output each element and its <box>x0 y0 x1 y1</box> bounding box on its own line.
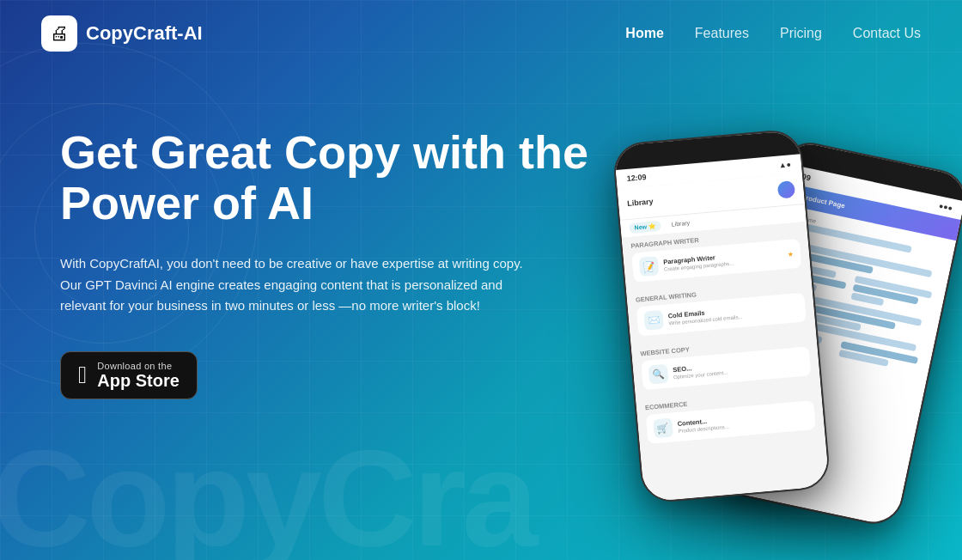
logo-emoji: 🖨 <box>50 22 69 45</box>
notch-front <box>676 136 737 156</box>
card-text-3: SEO... Optimize your content... <box>673 355 804 380</box>
card-text-2: Cold Emails Write personalized cold emai… <box>667 301 799 326</box>
card-icon-2: ✉️ <box>643 310 664 331</box>
page-wrapper: CopyCra 🖨 CopyCraft-AI Home Features Pri… <box>0 0 962 560</box>
phone-front: 12:09 ▲● Library New ⭐ Library <box>612 128 831 504</box>
card-icon-1: 📝 <box>639 256 660 277</box>
screen-avatar <box>777 180 796 199</box>
phone-front-icons: ▲● <box>778 160 791 169</box>
app-store-small-label: Download on the <box>97 361 180 371</box>
notch-back <box>846 152 908 180</box>
nav-features[interactable]: Features <box>695 26 749 41</box>
hero-subtitle: With CopyCraftAI, you don't need to be c… <box>60 253 541 317</box>
card-text-4: Content... Product descriptions... <box>677 409 808 434</box>
screen-tab-library[interactable]: Library <box>666 217 695 230</box>
phone-front-time: 12:09 <box>626 173 647 183</box>
nav-pricing[interactable]: Pricing <box>780 26 822 41</box>
hero-section: Get Great Copy with the Power of AI With… <box>0 67 962 558</box>
logo-icon: 🖨 <box>41 15 77 52</box>
phone-content: Paragraph Writer 📝 Paragraph Writer Crea… <box>622 222 830 502</box>
phone-back-icons: ●●● <box>938 201 953 212</box>
nav-contact[interactable]: Contact Us <box>853 26 921 41</box>
card-icon-4: 🛒 <box>653 417 673 438</box>
apple-icon:  <box>78 363 87 387</box>
navbar: 🖨 CopyCraft-AI Home Features Pricing Con… <box>0 0 962 67</box>
logo-area: 🖨 CopyCraft-AI <box>41 15 203 52</box>
hero-content: Get Great Copy with the Power of AI With… <box>60 119 593 399</box>
hero-phones: 12:09 ●●● SEO Product Page Product Name … <box>610 84 936 557</box>
nav-links: Home Features Pricing Contact Us <box>625 26 921 41</box>
screen-library-title: Library <box>627 197 654 208</box>
phone-front-screen: 12:09 ▲● Library New ⭐ Library <box>613 130 829 502</box>
hero-title: Get Great Copy with the Power of AI <box>60 127 593 229</box>
app-store-large-label: App Store <box>97 371 180 390</box>
star-badge-1: ★ <box>788 250 795 259</box>
app-store-button[interactable]:  Download on the App Store <box>60 351 198 399</box>
card-text-1: Paragraph Writer Create engaging paragra… <box>663 248 783 272</box>
app-store-text: Download on the App Store <box>97 361 180 390</box>
logo-text: CopyCraft-AI <box>86 22 203 45</box>
nav-home[interactable]: Home <box>625 26 663 41</box>
screen-tab-new[interactable]: New ⭐ <box>629 221 661 234</box>
card-icon-3: 🔍 <box>648 364 669 385</box>
